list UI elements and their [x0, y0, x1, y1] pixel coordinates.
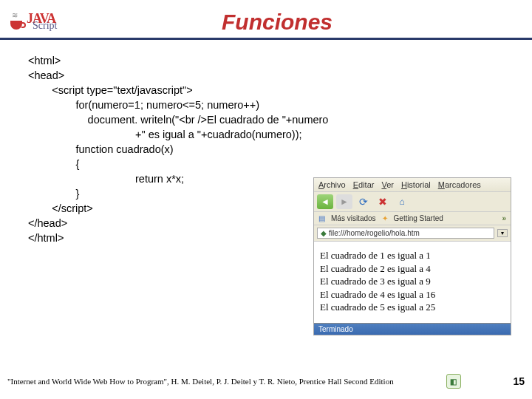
- home-button[interactable]: ⌂: [394, 194, 410, 209]
- slide-header: ≋ JAVA Script Funciones: [0, 0, 532, 40]
- bookmarks-icon: ▤: [318, 214, 325, 222]
- logo-text-script: Script: [33, 21, 57, 31]
- stop-button[interactable]: ✖: [375, 194, 391, 209]
- star-icon: ✦: [382, 214, 388, 222]
- menu-item[interactable]: Marcadores: [438, 180, 481, 189]
- coffee-cup-icon: ≋: [9, 13, 25, 32]
- menu-item[interactable]: Editar: [353, 180, 375, 189]
- forward-button[interactable]: ►: [336, 194, 352, 209]
- output-line: El cuadrado de 4 es igual a 16: [320, 288, 505, 301]
- url-dropdown[interactable]: ▾: [497, 229, 508, 237]
- overflow-chevron[interactable]: »: [502, 214, 506, 222]
- page-number: 15: [513, 375, 525, 387]
- output-line: El cuadrado de 2 es igual a 4: [320, 262, 505, 276]
- browser-menubar: ArchivoEditarVerHistorialMarcadores: [314, 178, 511, 192]
- menu-item[interactable]: Ver: [381, 180, 394, 189]
- menu-item[interactable]: Historial: [401, 180, 431, 189]
- address-bar-row: ◆ file:///home/rogelio/hola.htm ▾: [314, 225, 511, 242]
- browser-window: ArchivoEditarVerHistorialMarcadores ◄ ► …: [313, 177, 511, 335]
- citation-text: "Internet and World Wide Web How to Prog…: [7, 377, 394, 386]
- menu-item[interactable]: Archivo: [318, 180, 346, 189]
- status-bar: Terminado: [314, 323, 511, 335]
- javascript-logo: ≋ JAVA Script: [9, 7, 75, 37]
- most-visited-link[interactable]: Más visitados: [331, 214, 376, 222]
- output-line: El cuadrado de 3 es igual a 9: [320, 275, 505, 288]
- output-line: El cuadrado de 1 es igual a 1: [320, 249, 505, 262]
- browser-viewport: El cuadrado de 1 es igual a 1El cuadrado…: [314, 242, 511, 323]
- slide-title: Funciones: [75, 10, 523, 35]
- address-bar[interactable]: ◆ file:///home/rogelio/hola.htm: [317, 228, 494, 239]
- slide-footer: "Internet and World Wide Web How to Prog…: [7, 374, 525, 389]
- browser-toolbar: ◄ ► ⟳ ✖ ⌂: [314, 192, 511, 212]
- url-text: file:///home/rogelio/hola.htm: [329, 229, 420, 237]
- reload-button[interactable]: ⟳: [355, 194, 372, 209]
- output-line: El cuadrado de 5 es igual a 25: [320, 301, 505, 314]
- page-icon: ◆: [321, 229, 327, 237]
- bookmarks-bar: ▤ Más visitados ✦ Getting Started »: [314, 212, 511, 225]
- getting-started-link[interactable]: Getting Started: [394, 214, 443, 222]
- back-button[interactable]: ◄: [317, 194, 333, 209]
- footer-logo-icon: ◧: [446, 374, 461, 389]
